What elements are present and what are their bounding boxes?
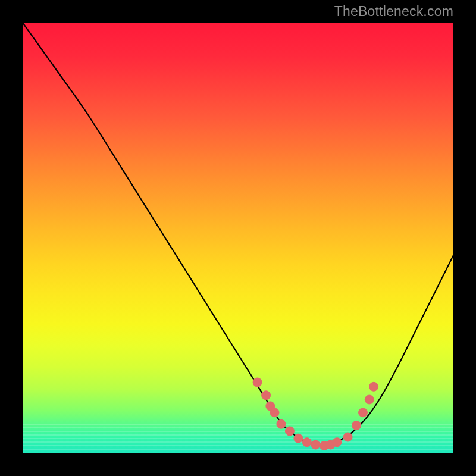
marker-dot bbox=[253, 378, 262, 387]
marker-dot bbox=[369, 382, 378, 391]
marker-dot bbox=[333, 438, 342, 447]
marker-dot bbox=[343, 433, 352, 441]
marker-dot bbox=[285, 427, 294, 436]
marker-dots bbox=[253, 378, 378, 450]
marker-dot bbox=[302, 438, 311, 447]
marker-dot bbox=[294, 434, 303, 443]
marker-dot bbox=[277, 419, 286, 428]
marker-dot bbox=[270, 408, 279, 417]
bottleneck-curve bbox=[23, 23, 453, 445]
marker-dot bbox=[359, 408, 368, 417]
marker-dot bbox=[352, 421, 361, 430]
marker-dot bbox=[311, 440, 320, 449]
chart-svg bbox=[23, 23, 453, 453]
chart-container: TheBottleneck.com bbox=[0, 0, 476, 476]
attribution-text: TheBottleneck.com bbox=[334, 4, 453, 20]
marker-dot bbox=[365, 395, 374, 404]
marker-dot bbox=[262, 391, 271, 400]
